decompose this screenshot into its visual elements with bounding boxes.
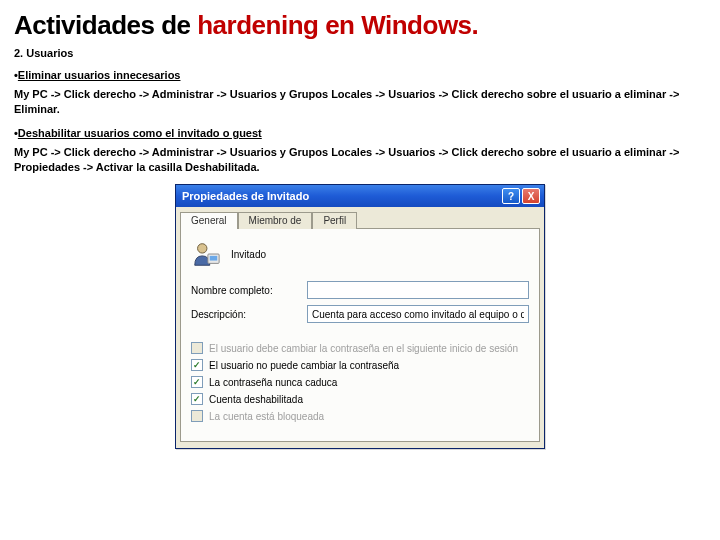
dialog-title: Propiedades de Invitado (182, 190, 500, 202)
bullet-eliminar-text: Eliminar usuarios innecesarios (18, 69, 181, 81)
label-description: Descripción: (191, 309, 301, 320)
help-button[interactable]: ? (502, 188, 520, 204)
tab-perfil[interactable]: Perfil (312, 212, 357, 229)
dialog-username: Invitado (231, 249, 266, 260)
input-fullname[interactable] (307, 281, 529, 299)
check-row-neverexpire[interactable]: ✓ La contraseña nunca caduca (191, 376, 529, 388)
label-fullname: Nombre completo: (191, 285, 301, 296)
check-row-cantchange[interactable]: ✓ El usuario no puede cambiar la contras… (191, 359, 529, 371)
close-button[interactable]: X (522, 188, 540, 204)
path-eliminar: My PC -> Click derecho -> Administrar ->… (14, 87, 706, 117)
title-part2: hardening en Windows (197, 10, 471, 40)
checkbox-cantchange[interactable]: ✓ (191, 359, 203, 371)
check-row-disabled[interactable]: ✓ Cuenta deshabilitada (191, 393, 529, 405)
tab-panel-general: Invitado Nombre completo: Descripción: E… (180, 228, 540, 442)
checkbox-locked (191, 410, 203, 422)
check-row-changepw: El usuario debe cambiar la contraseña en… (191, 342, 529, 354)
svg-point-0 (198, 244, 207, 253)
tab-general[interactable]: General (180, 212, 238, 229)
checkbox-disabled[interactable]: ✓ (191, 393, 203, 405)
check-label-cantchange: El usuario no puede cambiar la contraseñ… (209, 360, 399, 371)
svg-rect-2 (210, 256, 218, 261)
bullet-eliminar: •Eliminar usuarios innecesarios (14, 69, 706, 81)
check-label-neverexpire: La contraseña nunca caduca (209, 377, 337, 388)
title-part1: Actividades de (14, 10, 197, 40)
check-label-disabled: Cuenta deshabilitada (209, 394, 303, 405)
check-row-locked: La cuenta está bloqueada (191, 410, 529, 422)
page-title: Actividades de hardening en Windows. (14, 10, 706, 41)
check-label-changepw: El usuario debe cambiar la contraseña en… (209, 343, 518, 354)
bullet-deshabilitar: •Deshabilitar usuarios como el invitado … (14, 127, 706, 139)
user-icon (191, 239, 221, 269)
title-dot: . (472, 10, 479, 40)
checkbox-neverexpire[interactable]: ✓ (191, 376, 203, 388)
tab-strip: General Miembro de Perfil (176, 207, 544, 228)
properties-dialog: Propiedades de Invitado ? X General Miem… (175, 184, 545, 449)
path-deshabilitar: My PC -> Click derecho -> Administrar ->… (14, 145, 706, 175)
dialog-titlebar[interactable]: Propiedades de Invitado ? X (176, 185, 544, 207)
bullet-deshabilitar-text: Deshabilitar usuarios como el invitado o… (18, 127, 262, 139)
input-description[interactable] (307, 305, 529, 323)
tab-miembro[interactable]: Miembro de (238, 212, 313, 229)
checkbox-changepw (191, 342, 203, 354)
section-heading: 2. Usuarios (14, 47, 706, 59)
check-label-locked: La cuenta está bloqueada (209, 411, 324, 422)
